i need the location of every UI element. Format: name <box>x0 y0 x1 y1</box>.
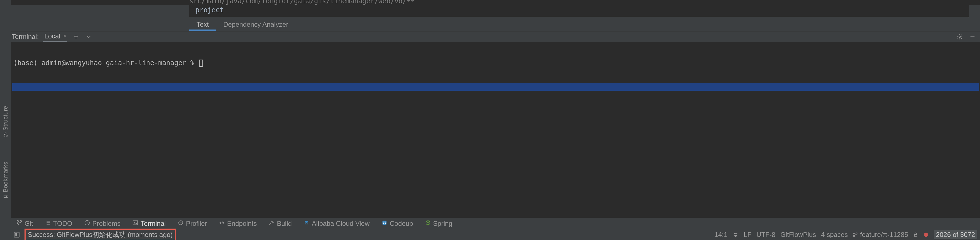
structure-tool-button[interactable]: Structure <box>2 106 9 137</box>
structure-label: Structure <box>2 106 9 130</box>
success-text: Success: GitFlowPlus初始化成功 (moments ago) <box>28 230 173 239</box>
tool-tab-label: Spring <box>433 220 452 227</box>
list-icon <box>45 220 51 227</box>
main-area: src/main/java/com/longfor/gaia/gfs/linem… <box>11 0 980 240</box>
svg-point-5 <box>17 223 19 225</box>
tool-tab-label: Build <box>277 220 291 227</box>
tool-tab-label: Profiler <box>186 220 207 227</box>
tool-tab-alibaba-cloud-view[interactable]: Alibaba Cloud View <box>301 219 372 228</box>
left-tool-rail: Structure Bookmarks <box>0 0 11 240</box>
bookmarks-label: Bookmarks <box>2 162 9 192</box>
error-indicator-icon[interactable] <box>923 232 929 237</box>
tool-tab-git[interactable]: Git <box>14 219 35 228</box>
hammer-icon <box>268 220 275 227</box>
gear-icon[interactable] <box>956 33 964 41</box>
session-tab-label: Local <box>44 32 60 40</box>
svg-point-20 <box>853 235 855 237</box>
tool-tab-label: Endpoints <box>227 220 257 227</box>
git-branch[interactable]: feature/π-11285 <box>853 231 908 238</box>
editor-remnant: src/main/java/com/longfor/gaia/gfs/linem… <box>11 0 980 31</box>
memory-indicator[interactable]: 2026 of 3072 <box>934 230 977 239</box>
endpoints-icon <box>219 220 225 227</box>
code-fragment-line: src/main/java/com/longfor/gaia/gfs/linem… <box>11 0 980 5</box>
terminal-header: Terminal: Local × <box>11 31 980 42</box>
info-icon <box>84 220 90 227</box>
gitflowplus-label[interactable]: GitFlowPlus <box>780 231 816 238</box>
spring-icon <box>425 220 431 227</box>
tool-tab-spring[interactable]: Spring <box>423 219 455 228</box>
tool-tab-problems[interactable]: Problems <box>82 219 123 228</box>
tool-tab-label: Codeup <box>390 220 413 227</box>
tool-tab-label: Git <box>24 220 33 227</box>
svg-point-16 <box>735 232 736 234</box>
tool-tab-codeup[interactable]: Codeup <box>379 219 415 228</box>
bookmarks-tool-button[interactable]: Bookmarks <box>2 162 9 199</box>
tool-tab-label: Problems <box>92 220 121 227</box>
editor-bottom-tabs: Text Dependency Analyzer <box>189 18 980 31</box>
status-success-message[interactable]: Success: GitFlowPlus初始化成功 (moments ago) <box>24 229 176 240</box>
terminal-session-tab[interactable]: Local × <box>43 32 67 42</box>
code-second-line: project <box>189 5 969 17</box>
terminal-selection-line <box>12 83 979 91</box>
svg-point-6 <box>20 220 22 222</box>
terminal-body[interactable]: (base) admin@wangyuhao gaia-hr-line-mana… <box>11 42 980 218</box>
tool-windows-toggle-icon[interactable] <box>14 232 19 237</box>
terminal-cursor <box>199 60 203 67</box>
terminal-prompt-line: (base) admin@wangyuhao gaia-hr-line-mana… <box>12 59 979 67</box>
profiler-icon <box>178 220 184 227</box>
terminal-prompt: (base) admin@wangyuhao gaia-hr-line-mana… <box>13 59 199 67</box>
tool-tab-endpoints[interactable]: Endpoints <box>216 219 259 228</box>
codeup-icon <box>382 220 388 227</box>
svg-rect-1 <box>6 135 7 136</box>
svg-point-24 <box>926 235 926 236</box>
minimize-icon[interactable] <box>968 33 977 41</box>
cursor-position[interactable]: 14:1 <box>714 231 727 238</box>
terminal-icon <box>132 220 138 227</box>
terminal-title: Terminal: <box>12 33 39 41</box>
lock-icon[interactable] <box>913 232 918 237</box>
tool-tab-profiler[interactable]: Profiler <box>175 219 209 228</box>
tool-tab-label: Alibaba Cloud View <box>312 220 370 227</box>
bottom-tool-tabs: GitTODOProblemsTerminalProfilerEndpoints… <box>11 218 980 229</box>
svg-rect-8 <box>133 221 138 225</box>
svg-point-4 <box>17 220 19 222</box>
svg-point-21 <box>856 233 857 234</box>
svg-rect-0 <box>4 135 5 136</box>
tool-tab-terminal[interactable]: Terminal <box>130 219 168 228</box>
tool-tab-todo[interactable]: TODO <box>43 219 75 228</box>
tool-tab-label: TODO <box>53 220 72 227</box>
tool-tab-build[interactable]: Build <box>266 219 294 228</box>
svg-point-19 <box>853 233 855 234</box>
line-separator[interactable]: LF <box>744 231 751 238</box>
dropdown-button[interactable] <box>84 33 93 41</box>
tool-tab-label: Terminal <box>141 220 166 227</box>
svg-rect-11 <box>306 222 307 223</box>
status-bar: Success: GitFlowPlus初始化成功 (moments ago) … <box>11 229 980 240</box>
paw-icon[interactable] <box>732 232 739 238</box>
close-tab-icon[interactable]: × <box>63 33 67 39</box>
svg-point-18 <box>734 235 737 237</box>
encoding[interactable]: UTF-8 <box>756 231 775 238</box>
cloud-icon <box>304 220 310 227</box>
svg-rect-14 <box>15 233 16 236</box>
svg-point-17 <box>737 233 738 234</box>
tab-dependency-analyzer[interactable]: Dependency Analyzer <box>216 18 295 31</box>
new-session-button[interactable] <box>72 33 80 41</box>
svg-point-3 <box>959 36 961 38</box>
indent-setting[interactable]: 4 spaces <box>821 231 848 238</box>
svg-rect-22 <box>914 234 917 236</box>
branch-icon <box>16 220 22 227</box>
tab-text[interactable]: Text <box>189 18 216 31</box>
svg-point-15 <box>734 233 735 234</box>
branch-name: feature/π-11285 <box>860 231 908 238</box>
